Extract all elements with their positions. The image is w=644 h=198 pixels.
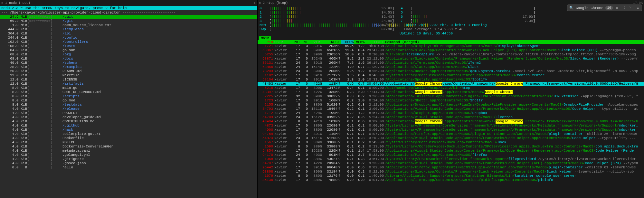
search-count: 16 — [605, 6, 613, 10]
process-row[interactable]: 54703xavier2401512G93952?0.20.65:24.00/A… — [258, 115, 644, 119]
ncdu-list[interactable]: 24.9 MiB [##########] /.git69.2 MiB [###… — [0, 15, 257, 170]
cpu-meter-4: 4[ ] — [401, 6, 535, 11]
ncdu-row[interactable]: 192.0 KiB [ ] /controllers — [0, 40, 257, 44]
ncdu-row[interactable]: 4.0 KiB [ ] .golangci.yml — [0, 153, 257, 157]
search-icon: 🔍 — [569, 6, 574, 10]
maximize-icon[interactable]: ▢ — [251, 1, 256, 5]
ncdu-row[interactable]: 28.0 KiB [ ] /examples — [0, 65, 257, 69]
process-row[interactable]: 1723xavier170391G160M?0.21.00:24.00/Appl… — [258, 99, 644, 103]
ncdu-path: --- /Users/xavier/gh/cluster-api-provide… — [0, 10, 257, 15]
ncdu-row[interactable]: 12.0 KiB [ ] LICENSE — [0, 78, 257, 82]
process-row[interactable]: 1712xavier240428G199M?0.21.28:54.00/Appl… — [258, 111, 644, 115]
cpu-meter-1: 1[|||||||||||||| 34.5%] — [260, 11, 394, 15]
process-row[interactable]: 43403xavier170422G113M?0.90.730:04.00/Ap… — [258, 82, 644, 86]
ncdu-row[interactable]: 4.0 KiB [ ] .gosec.json — [0, 161, 257, 165]
ncdu-row[interactable]: 4.0 KiB [ ] Dockerfile — [0, 136, 257, 140]
htop-tab-main[interactable]: Main — [259, 36, 271, 40]
cpu-meter-2: 2[||||||||||||| 32.4%] — [260, 15, 394, 19]
search-next-icon[interactable]: 〉 — [628, 5, 634, 10]
process-row[interactable]: 73203xavier240390G200M?2.51.28:36.00/App… — [258, 69, 644, 73]
ncdu-row[interactable]: 8.0 KiB [ ] CODE_OF_CONDUCT.md — [0, 90, 257, 94]
ncdu-row[interactable]: 4.0 KiB [ ] /hack — [0, 128, 257, 132]
process-row[interactable]: 43404xavier80421G101M?0.10.68:09.00/Appl… — [258, 119, 644, 124]
ncdu-row[interactable]: 84.0 KiB [ ] go.sum — [0, 48, 257, 52]
process-row[interactable]: 96442xavier170391G96048?0.00.60:02.00/Ap… — [258, 165, 644, 170]
ncdu-row[interactable]: 20.0 KiB [ ] README.md — [0, 69, 257, 73]
minimize-icon[interactable]: — — [245, 1, 250, 5]
process-row[interactable]: 35136xavier170389G4880?0.00.00:01.00/App… — [258, 178, 644, 182]
close-tab-icon[interactable]: ✕ — [1, 1, 3, 5]
process-row[interactable]: 68867xavier170390G65616?12.40.423:47.00/… — [258, 48, 644, 52]
process-row[interactable]: 5216xavier170390G13472R0.40.10:00.00/opt… — [258, 86, 644, 90]
cpu-meter-7: 7[||| 7.3%] — [401, 19, 535, 23]
ncdu-row[interactable]: 4.0 KiB [ ] boilerplate.go.txt — [0, 132, 257, 136]
cpu-meter-6: 6[||||||| 17.9%] — [401, 15, 535, 19]
process-row[interactable]: 54707xavier170422G29984?0.10.23:33.00/Ap… — [258, 161, 644, 165]
process-row[interactable]: 1567xavier80389G33808?0.10.20:43.00/Syst… — [258, 140, 644, 145]
ncdu-row[interactable]: 4.0 KiB [ ] NOTICE — [0, 140, 257, 145]
process-row[interactable]: 68871xavier1701524G466M?8.22.823:12.00/A… — [258, 57, 644, 61]
process-row[interactable]: 2155xavier80389G51920?0.20.32:12.00/Appl… — [258, 103, 644, 107]
ncdu-row[interactable]: 8.0 KiB [ ] main.go — [0, 86, 257, 90]
process-row[interactable]: 35131xavier240391G269M?7.51.636:14.00/Ap… — [258, 61, 644, 65]
process-row[interactable]: 94170xavier240403G601M?0.13.75:33.00/App… — [258, 153, 644, 157]
ncdu-row[interactable]: 8.0 KiB [ ] /scripts — [0, 94, 257, 99]
ncdu-row[interactable]: 4.0 KiB [ ] CONTRIBUTING.md — [0, 119, 257, 124]
search-close-icon[interactable]: ⊗ — [615, 6, 619, 10]
process-row[interactable]: 4900xavier170389G22080?0.10.10:00.00/Sys… — [258, 128, 644, 132]
ncdu-pane: ✕ 1 ncdu (ncdu) — ▢ ncdu 2.3 ~ Use the a… — [0, 0, 258, 198]
process-row[interactable]: 68868xavier170390G33184?0.00.20:22.00/Ap… — [258, 170, 644, 174]
process-row[interactable]: 1679xavier80389G12176?0.00.11:49.00/Libr… — [258, 174, 644, 178]
ncdu-row[interactable]: 4.0 KiB [ ] /release — [0, 107, 257, 111]
process-row[interactable]: 68866xavier2401514G122M?4.00.711:39.00/A… — [258, 65, 644, 69]
process-row[interactable]: 54854xavier1701523G229M?0.11.417:58.00/A… — [258, 149, 644, 153]
process-row[interactable]: 2225xavier320390G30832?0.30.23:36.00/App… — [258, 94, 644, 99]
ncdu-row[interactable]: 8.0 KiB [ ] go.mod — [0, 99, 257, 103]
ncdu-row[interactable]: 4.0 KiB [ ] .gitignore — [0, 157, 257, 161]
ncdu-row[interactable]: 40.0 KiB [ ] /schema — [0, 61, 257, 65]
ncdu-row[interactable]: 1.0 MiB [ ] open_source_license.txt — [0, 23, 257, 27]
ncdu-row[interactable]: 0.0 B [ ] hello — [0, 165, 257, 170]
process-row[interactable]: 1590xavier80389G33808?0.10.20:13.00/Syst… — [258, 145, 644, 149]
ncdu-row[interactable]: 68.0 KiB [ ] /pkg — [0, 52, 257, 57]
htop-column-header[interactable]: PID USER PRI NI VIRT RES S CPU% MEM% TIM… — [258, 40, 644, 44]
ncdu-row[interactable]: 4.0 KiB [ ] PROJECT — [0, 111, 257, 115]
search-overlay[interactable]: 🔍 Google Chrome 16 ⊗ 〈 〉 ≡ — [567, 5, 642, 11]
process-row[interactable]: 54874xavier2401511G51200?0.10.33:18.00/A… — [258, 136, 644, 140]
process-row[interactable]: 58104xavier170391G163M?1.31.010:31.00/Ap… — [258, 78, 644, 82]
process-row[interactable]: 94759xavier170391G110M?0.10.70:07.00/App… — [258, 132, 644, 136]
process-row[interactable]: 4873xavier170389G22080?0.10.10:00.00/Sys… — [258, 124, 644, 128]
ncdu-row[interactable]: 444.0 KiB [ ] /templates — [0, 27, 257, 32]
search-prev-icon[interactable]: 〈 — [621, 5, 626, 10]
process-row[interactable]: 43397xavier170422G330M?0.32.017:44.00/Ap… — [258, 90, 644, 94]
cpu-meter-0: 0[|||||||||||||| 35.9%] — [260, 6, 394, 11]
htop-pane: ✕ 2 htop (htop) 17.9% 🔍 Google Chrome 16… — [258, 0, 644, 198]
ncdu-row[interactable]: 4.0 KiB [ ] metadata.yaml — [0, 149, 257, 153]
search-query[interactable]: Google Chrome — [576, 6, 603, 10]
process-list[interactable]: 1721xavier170391G203M?59.51.24h48:38/App… — [258, 44, 644, 182]
process-row[interactable]: 5255xavier170390G23056?10.00.10:10.00/us… — [258, 52, 644, 57]
process-row[interactable]: 54793xavier1701511G18464?0.20.13:06.00/A… — [258, 107, 644, 111]
ncdu-row[interactable]: 24.9 MiB [##########] /.git — [0, 15, 257, 19]
tab-title: ncdu (ncdu) — [9, 1, 30, 5]
ncdu-row[interactable]: 364.0 KiB [ ] /api — [0, 32, 257, 36]
ncdu-row[interactable]: 4.0 KiB [ ] /.github — [0, 124, 257, 128]
process-row[interactable]: 1721xavier170391G203M?59.51.24h48:38/App… — [258, 44, 644, 48]
ncdu-row[interactable]: 69.2 MiB [##########] /.git — [0, 19, 257, 23]
process-row[interactable]: 1182xavier170391G71712?1.50.49:46.00/Sys… — [258, 73, 644, 78]
ncdu-row[interactable]: 344.0 KiB [ ] /config — [0, 36, 257, 40]
ncdu-header: ncdu 2.3 ~ Use the arrow keys to navigat… — [0, 6, 257, 10]
ncdu-row[interactable]: 12.0 KiB [ ] /artifacts — [0, 82, 257, 86]
ncdu-row[interactable]: 4.0 KiB [ ] Dockerfile-ConversionGen — [0, 145, 257, 149]
tasks-info: Tasks: 787, 2297 thr, 0 kthr; 3 running — [404, 23, 487, 27]
ncdu-row[interactable]: 4.0 KiB [ ] developer_guide.md — [0, 115, 257, 119]
ncdu-row[interactable]: 68.0 KiB [ ] /docs — [0, 57, 257, 61]
search-menu-icon[interactable]: ≡ — [636, 6, 640, 10]
ncdu-row[interactable]: 8.0 KiB [ ] /testdata — [0, 103, 257, 107]
close-tab-icon[interactable]: ✕ — [259, 1, 261, 5]
process-row[interactable]: 1068xavier80389G43024?0.10.33:51.00/Syst… — [258, 157, 644, 161]
ncdu-row[interactable]: 12.0 KiB [ ] Makefile — [0, 73, 257, 78]
cpu-meter-3: 3[|||||||||| 24.8%] — [260, 19, 394, 23]
ncdu-row[interactable]: 108.0 KiB [ ] /tests — [0, 44, 257, 48]
swp-meter: Swp[0K/0K] — [260, 27, 394, 32]
